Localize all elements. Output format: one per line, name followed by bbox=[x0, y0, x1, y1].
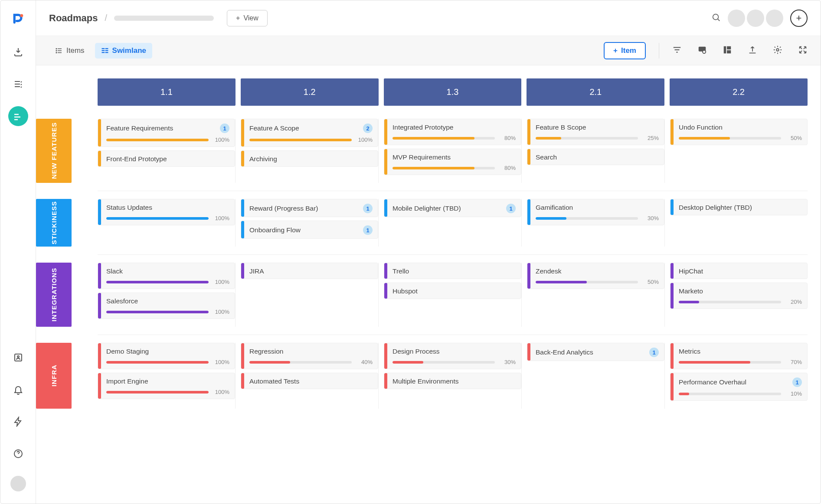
card[interactable]: Back-End Analytics1 bbox=[527, 343, 664, 361]
progress-label: 20% bbox=[785, 299, 802, 305]
tab-swimlane[interactable]: Swimlane bbox=[95, 43, 152, 59]
lane-cell: Feature B Scope25%Search bbox=[527, 119, 665, 183]
card-stripe bbox=[671, 199, 674, 215]
column-header: 2.1 bbox=[527, 78, 664, 106]
progress-label: 100% bbox=[213, 389, 229, 395]
card-title: MVP Requirements bbox=[393, 153, 451, 161]
card-stripe bbox=[384, 263, 387, 279]
card[interactable]: Gamification30% bbox=[527, 199, 664, 225]
lane-cell: Slack100%Salesforce100% bbox=[98, 263, 236, 327]
card-title: Hubspot bbox=[393, 287, 418, 295]
avatar[interactable] bbox=[10, 476, 26, 491]
progress-label: 100% bbox=[213, 309, 229, 315]
card-stripe bbox=[98, 151, 101, 166]
search-icon[interactable] bbox=[711, 13, 721, 23]
card[interactable]: Undo Function50% bbox=[670, 119, 808, 145]
progress-bar bbox=[106, 391, 209, 393]
link-icon[interactable] bbox=[697, 45, 707, 56]
list-icon[interactable] bbox=[8, 74, 28, 94]
card[interactable]: Import Engine100% bbox=[98, 373, 235, 399]
tab-label: Items bbox=[66, 46, 85, 55]
card[interactable]: Regression40% bbox=[241, 343, 378, 369]
lane-cell: Zendesk50% bbox=[527, 263, 665, 327]
card[interactable]: MVP Requirements80% bbox=[384, 149, 521, 175]
card[interactable]: Slack100% bbox=[98, 263, 235, 289]
card[interactable]: Trello bbox=[384, 263, 521, 279]
card[interactable]: Performance Overhaul110% bbox=[670, 373, 808, 401]
column-header: 1.3 bbox=[384, 78, 522, 106]
gear-icon[interactable] bbox=[773, 45, 782, 56]
card[interactable]: Front-End Prototype bbox=[98, 150, 235, 167]
download-icon[interactable] bbox=[8, 42, 28, 62]
svg-rect-6 bbox=[58, 48, 62, 49]
lane-cell: JIRA bbox=[241, 263, 379, 327]
help-icon[interactable] bbox=[8, 444, 28, 464]
card-stripe bbox=[671, 119, 674, 145]
card[interactable]: Demo Staging100% bbox=[98, 343, 235, 369]
card-stripe bbox=[527, 149, 530, 165]
card[interactable]: Salesforce100% bbox=[98, 293, 235, 319]
card-stripe bbox=[384, 373, 387, 389]
svg-rect-19 bbox=[724, 46, 726, 54]
card[interactable]: Archiving bbox=[241, 150, 378, 167]
svg-rect-21 bbox=[727, 50, 731, 53]
roadmap-icon[interactable] bbox=[8, 106, 28, 126]
card[interactable]: Hubspot bbox=[384, 283, 521, 299]
svg-rect-10 bbox=[58, 52, 62, 53]
lane-cell: Reward (Progress Bar)1Onboarding Flow1 bbox=[241, 199, 379, 247]
card[interactable]: Feature A Scope2100% bbox=[241, 119, 378, 147]
filter-icon[interactable] bbox=[672, 45, 682, 56]
svg-rect-13 bbox=[101, 50, 105, 51]
svg-rect-20 bbox=[727, 46, 731, 49]
svg-rect-8 bbox=[58, 50, 62, 51]
card-title: Mobile Delighter (TBD) bbox=[393, 205, 461, 212]
card[interactable]: Integrated Prototype80% bbox=[384, 119, 521, 145]
card[interactable]: Marketo20% bbox=[670, 283, 808, 309]
card-stripe bbox=[671, 373, 674, 400]
card[interactable]: Automated Tests bbox=[241, 373, 378, 389]
progress-bar bbox=[106, 311, 209, 313]
card[interactable]: Zendesk50% bbox=[527, 263, 664, 289]
card[interactable]: Multiple Environments bbox=[384, 373, 521, 389]
card-title: Desktop Delighter (TBD) bbox=[679, 204, 752, 211]
expand-icon[interactable] bbox=[798, 45, 808, 56]
card-title: Integrated Prototype bbox=[393, 124, 453, 131]
card-stripe bbox=[527, 263, 530, 289]
swimlane: NEW FEATURESFeature Requirements1100%Fro… bbox=[84, 119, 808, 183]
lane-cell: Design Process30%Multiple Environments bbox=[384, 343, 522, 409]
card[interactable]: Metrics70% bbox=[670, 343, 808, 369]
card[interactable]: Onboarding Flow1 bbox=[241, 221, 378, 239]
card-stripe bbox=[384, 343, 387, 369]
card[interactable]: Desktop Delighter (TBD) bbox=[670, 199, 808, 215]
header: Roadmaps / + View + bbox=[36, 0, 821, 36]
contact-icon[interactable] bbox=[8, 348, 28, 367]
avatar[interactable] bbox=[747, 10, 764, 27]
add-item-button[interactable]: + Item bbox=[604, 42, 646, 59]
card-title: Trello bbox=[393, 267, 409, 275]
card[interactable]: JIRA bbox=[241, 263, 378, 279]
export-icon[interactable] bbox=[748, 45, 757, 56]
view-button[interactable]: + View bbox=[227, 10, 268, 26]
card[interactable]: Design Process30% bbox=[384, 343, 521, 369]
tab-items[interactable]: Items bbox=[49, 43, 91, 59]
card[interactable]: HipChat bbox=[670, 263, 808, 279]
bell-icon[interactable] bbox=[8, 380, 28, 400]
card[interactable]: Feature B Scope25% bbox=[527, 119, 664, 145]
avatar[interactable] bbox=[728, 10, 745, 27]
layout-icon[interactable] bbox=[723, 45, 732, 56]
card[interactable]: Reward (Progress Bar)1 bbox=[241, 199, 378, 217]
card[interactable]: Feature Requirements1100% bbox=[98, 119, 235, 147]
card[interactable]: Status Updates100% bbox=[98, 199, 235, 225]
progress-label: 70% bbox=[785, 359, 802, 365]
svg-point-2 bbox=[17, 356, 19, 358]
card-title: Feature Requirements bbox=[106, 124, 173, 132]
progress-label: 80% bbox=[499, 135, 516, 141]
progress-label: 100% bbox=[213, 215, 229, 221]
card[interactable]: Mobile Delighter (TBD)1 bbox=[384, 199, 521, 217]
add-button[interactable]: + bbox=[790, 10, 808, 27]
avatar[interactable] bbox=[766, 10, 783, 27]
bolt-icon[interactable] bbox=[8, 412, 28, 432]
title-placeholder bbox=[114, 16, 214, 21]
card[interactable]: Search bbox=[527, 149, 664, 165]
column-header: 1.2 bbox=[241, 78, 379, 106]
